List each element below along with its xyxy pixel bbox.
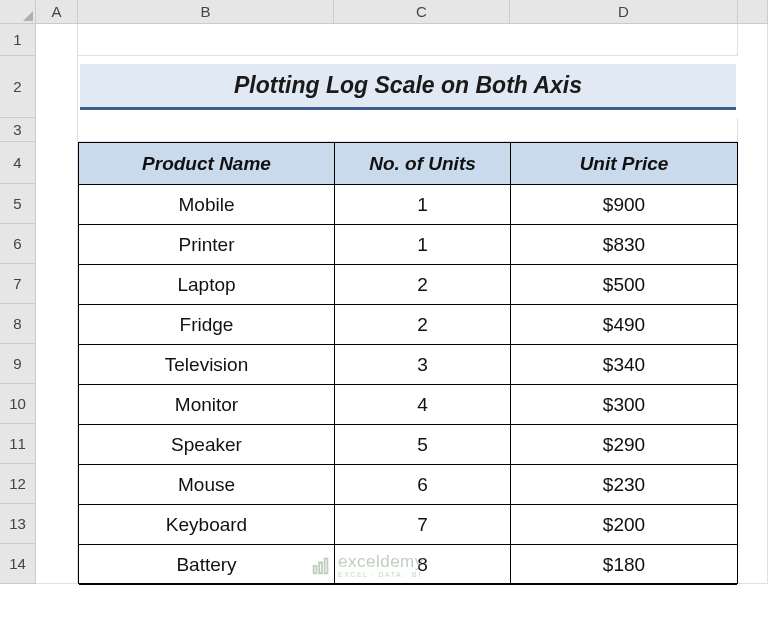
sheet-title: Plotting Log Scale on Both Axis — [80, 64, 736, 110]
cell-units[interactable]: 7 — [335, 505, 511, 545]
cell-units[interactable]: 2 — [335, 305, 511, 345]
header-units[interactable]: No. of Units — [335, 143, 511, 185]
cell-units[interactable]: 5 — [335, 425, 511, 465]
title-cell[interactable]: Plotting Log Scale on Both Axis — [78, 56, 738, 118]
header-product[interactable]: Product Name — [79, 143, 335, 185]
cell-product[interactable]: Television — [79, 345, 335, 385]
cell-product[interactable]: Mouse — [79, 465, 335, 505]
select-all-corner[interactable] — [0, 0, 36, 24]
col-header-next[interactable] — [738, 0, 768, 24]
data-table: Product Name No. of Units Unit Price Mob… — [78, 142, 738, 584]
cell-product[interactable]: Mobile — [79, 185, 335, 225]
cell-price[interactable]: $490 — [511, 305, 737, 345]
row3-cells[interactable] — [78, 118, 738, 142]
row-header-4[interactable]: 4 — [0, 142, 36, 184]
cell-price[interactable]: $340 — [511, 345, 737, 385]
cell-units[interactable]: 3 — [335, 345, 511, 385]
row-header-12[interactable]: 12 — [0, 464, 36, 504]
cell-product[interactable]: Battery — [79, 545, 335, 585]
cell-product[interactable]: Speaker — [79, 425, 335, 465]
cell-product[interactable]: Keyboard — [79, 505, 335, 545]
cell-price[interactable]: $830 — [511, 225, 737, 265]
row-header-5[interactable]: 5 — [0, 184, 36, 224]
spreadsheet-grid: A B C D 1 2 3 4 5 6 7 8 9 10 11 12 13 14… — [0, 0, 768, 584]
row-header-2[interactable]: 2 — [0, 56, 36, 118]
cell-price[interactable]: $500 — [511, 265, 737, 305]
row1-cells[interactable] — [78, 24, 738, 56]
row-header-9[interactable]: 9 — [0, 344, 36, 384]
row-header-8[interactable]: 8 — [0, 304, 36, 344]
cell-product[interactable]: Fridge — [79, 305, 335, 345]
cell-price[interactable]: $290 — [511, 425, 737, 465]
cell-price[interactable]: $900 — [511, 185, 737, 225]
cell-units[interactable]: 6 — [335, 465, 511, 505]
row-header-14[interactable]: 14 — [0, 544, 36, 584]
col-header-B[interactable]: B — [78, 0, 334, 24]
row-header-13[interactable]: 13 — [0, 504, 36, 544]
cell-price[interactable]: $180 — [511, 545, 737, 585]
cell-units[interactable]: 2 — [335, 265, 511, 305]
cell-product[interactable]: Printer — [79, 225, 335, 265]
col-next-cells[interactable] — [738, 24, 768, 584]
cell-product[interactable]: Laptop — [79, 265, 335, 305]
cell-units[interactable]: 1 — [335, 225, 511, 265]
cell-price[interactable]: $230 — [511, 465, 737, 505]
cell-units[interactable]: 8 — [335, 545, 511, 585]
cell-price[interactable]: $200 — [511, 505, 737, 545]
cell-units[interactable]: 1 — [335, 185, 511, 225]
cell-units[interactable]: 4 — [335, 385, 511, 425]
header-price[interactable]: Unit Price — [511, 143, 737, 185]
col-A-cells[interactable] — [36, 24, 78, 584]
row-header-11[interactable]: 11 — [0, 424, 36, 464]
col-header-C[interactable]: C — [334, 0, 510, 24]
cell-product[interactable]: Monitor — [79, 385, 335, 425]
row-header-1[interactable]: 1 — [0, 24, 36, 56]
col-header-D[interactable]: D — [510, 0, 738, 24]
row-header-6[interactable]: 6 — [0, 224, 36, 264]
col-header-A[interactable]: A — [36, 0, 78, 24]
row-header-7[interactable]: 7 — [0, 264, 36, 304]
row-header-10[interactable]: 10 — [0, 384, 36, 424]
cell-price[interactable]: $300 — [511, 385, 737, 425]
row-header-3[interactable]: 3 — [0, 118, 36, 142]
